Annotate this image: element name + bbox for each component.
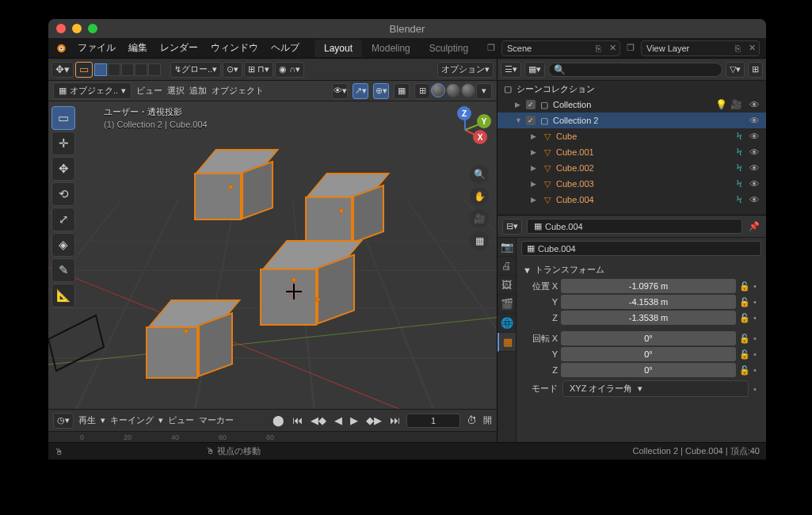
- viewport-3d[interactable]: ▭ ✛ ✥ ⟲ ⤢ ◈ ✎ 📐 ユーザー・透視投影 (1) Collection…: [48, 101, 497, 409]
- new-collection-icon[interactable]: ⊞: [748, 62, 763, 78]
- transform-tool[interactable]: ◈: [51, 233, 75, 257]
- matprev-shading-icon[interactable]: [446, 83, 460, 97]
- scene-browse-icon[interactable]: ❐: [484, 41, 498, 55]
- rot-x-field[interactable]: 0°: [561, 331, 736, 345]
- xray-icon[interactable]: ▦: [394, 83, 410, 99]
- zoom-nav-icon[interactable]: 🔍: [470, 165, 489, 184]
- key-prev-icon[interactable]: ◀◆: [309, 414, 328, 426]
- blender-logo-icon[interactable]: [53, 41, 67, 55]
- gizmo-z-icon[interactable]: Z: [457, 106, 471, 120]
- select-box-tool[interactable]: ▭: [51, 106, 75, 130]
- pivot-dropdown[interactable]: ⊙▾: [223, 62, 242, 78]
- outliner-editor-icon[interactable]: ☰▾: [501, 62, 521, 78]
- viewlayer-delete-icon[interactable]: ✕: [745, 41, 759, 55]
- keyframe-dot-icon[interactable]: •: [753, 313, 761, 322]
- cursor-tool-dropdown[interactable]: ✥▾: [51, 62, 74, 78]
- outliner-row-collection2[interactable]: ▼✓▢ Collection 2 👁: [497, 113, 766, 128]
- tl-keying[interactable]: キーイング: [110, 414, 154, 426]
- keyframe-dot-icon[interactable]: •: [753, 349, 761, 359]
- workspace-tab-sculpting[interactable]: Sculpting: [420, 40, 478, 57]
- gizmo-y-icon[interactable]: Y: [477, 114, 491, 128]
- menu-edit[interactable]: 編集: [123, 39, 153, 57]
- outliner-tree[interactable]: ▢シーンコレクション ▶✓▢ Collection 💡🎥 👁 ▼✓▢ Colle…: [497, 81, 766, 216]
- eye-icon[interactable]: 👁: [749, 162, 760, 174]
- workspace-tab-layout[interactable]: Layout: [315, 40, 362, 57]
- panel-transform-header[interactable]: ▼ トランスフォーム: [521, 261, 761, 279]
- solid-shading-icon[interactable]: [431, 83, 445, 97]
- lock-icon[interactable]: 🔓: [739, 297, 750, 307]
- eye-icon[interactable]: 👁: [749, 99, 760, 111]
- tab-output-icon[interactable]: 🖨: [497, 257, 516, 276]
- keyframe-dot-icon[interactable]: •: [753, 365, 761, 375]
- lock-icon[interactable]: 🔓: [739, 365, 750, 376]
- outliner-filter-icon[interactable]: ▽▾: [726, 62, 745, 78]
- outliner-search-input[interactable]: 🔍: [548, 63, 722, 77]
- play-icon[interactable]: ▶: [349, 414, 360, 426]
- cursor-tool[interactable]: ✛: [51, 132, 75, 155]
- tab-object-icon[interactable]: ▦: [497, 333, 516, 352]
- menu-view[interactable]: ビュー: [136, 85, 162, 97]
- menu-add[interactable]: 追加: [189, 85, 207, 97]
- tl-view[interactable]: ビュー: [168, 414, 194, 426]
- autokey-icon[interactable]: ⬤: [271, 414, 286, 426]
- wireframe-shading-icon[interactable]: ⊞: [414, 83, 430, 99]
- move-tool[interactable]: ✥: [51, 157, 75, 181]
- scene-delete-icon[interactable]: ✕: [605, 41, 619, 55]
- gizmo-toggle-icon[interactable]: ↗▾: [353, 83, 368, 99]
- tl-marker[interactable]: マーカー: [199, 414, 234, 426]
- current-frame-field[interactable]: 1: [406, 414, 460, 428]
- jump-end-icon[interactable]: ⏭: [388, 414, 402, 426]
- outliner-row-cube1[interactable]: ▶▽Cube.001 Ϟ 👁: [497, 144, 766, 160]
- lock-icon[interactable]: 🔓: [739, 334, 750, 344]
- eye-icon[interactable]: 👁: [749, 194, 760, 206]
- key-next-icon[interactable]: ◆▶: [364, 414, 383, 426]
- rotate-tool[interactable]: ⟲: [51, 182, 75, 206]
- outliner-row-cube2[interactable]: ▶▽Cube.002 Ϟ 👁: [497, 160, 766, 176]
- select-box-icon[interactable]: ▭: [75, 62, 93, 78]
- annotate-tool[interactable]: ✎: [51, 258, 75, 282]
- keyframe-dot-icon[interactable]: •: [753, 334, 761, 343]
- visibility-icon[interactable]: 👁▾: [332, 83, 348, 99]
- camera-nav-icon[interactable]: 🎥: [470, 209, 489, 228]
- menu-object[interactable]: オブジェクト: [212, 85, 264, 97]
- scene-new-icon[interactable]: ⎘: [591, 41, 605, 55]
- loc-z-field[interactable]: -1.3538 m: [561, 311, 736, 325]
- outliner-row-cube4[interactable]: ▶▽Cube.004 Ϟ 👁: [497, 192, 766, 208]
- object-name-field[interactable]: ▦ Cube.004: [521, 241, 761, 256]
- menu-file[interactable]: ファイル: [72, 39, 121, 57]
- lock-icon[interactable]: 🔓: [739, 313, 750, 323]
- orientation-dropdown[interactable]: ↯ グロー.. ▾: [170, 62, 221, 78]
- tl-playback[interactable]: 再生: [78, 414, 96, 426]
- overlay-toggle-icon[interactable]: ⊕▾: [373, 83, 389, 99]
- pan-nav-icon[interactable]: ✋: [470, 187, 489, 206]
- stopwatch-icon[interactable]: ⏱: [465, 414, 478, 426]
- outliner-row-cube3[interactable]: ▶▽Cube.003 Ϟ 👁: [497, 176, 766, 192]
- measure-tool[interactable]: 📐: [51, 284, 75, 307]
- shading-options-icon[interactable]: ▾: [476, 83, 492, 99]
- rot-z-field[interactable]: 0°: [561, 363, 736, 377]
- mode-dropdown[interactable]: ▦ オブジェク.. ▾: [53, 82, 132, 99]
- menu-select[interactable]: 選択: [167, 85, 185, 97]
- tab-render-icon[interactable]: 📷: [497, 238, 516, 257]
- keyframe-dot-icon[interactable]: •: [753, 384, 761, 394]
- workspace-tab-modeling[interactable]: Modeling: [362, 40, 420, 57]
- viewlayer-selector[interactable]: View Layer ⎘ ✕: [641, 40, 760, 56]
- viewlayer-new-icon[interactable]: ⎘: [730, 41, 745, 55]
- properties-editor-icon[interactable]: ⊟▾: [502, 219, 522, 235]
- loc-y-field[interactable]: -4.1538 m: [561, 295, 736, 309]
- play-rev-icon[interactable]: ◀: [333, 414, 344, 426]
- tab-scene-icon[interactable]: 🎬: [497, 295, 516, 314]
- menu-render[interactable]: レンダー: [154, 39, 204, 57]
- loc-x-field[interactable]: -1.0976 m: [561, 279, 736, 293]
- eye-icon[interactable]: 👁: [749, 147, 760, 158]
- outliner-display-icon[interactable]: ▦▾: [524, 62, 545, 78]
- timeline-ruler[interactable]: 0 20 40 60 80: [48, 431, 497, 442]
- pin-icon[interactable]: 📌: [747, 219, 761, 234]
- snap-toggle[interactable]: ⊞ ⊓▾: [244, 62, 273, 78]
- rot-y-field[interactable]: 0°: [561, 347, 736, 361]
- eye-icon[interactable]: 👁: [749, 115, 760, 127]
- tab-viewlayer-icon[interactable]: 🖼: [497, 276, 516, 295]
- lock-icon[interactable]: 🔓: [739, 349, 750, 360]
- scale-tool[interactable]: ⤢: [51, 208, 75, 231]
- eye-icon[interactable]: 👁: [749, 131, 760, 143]
